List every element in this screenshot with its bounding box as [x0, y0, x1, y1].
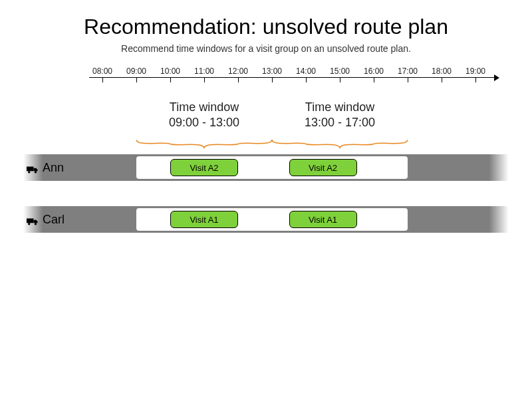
visit-block: Visit A1	[289, 211, 357, 228]
axis-tick-label: 14:00	[296, 66, 316, 76]
driver-label: Carl	[27, 213, 65, 227]
axis-tick-label: 09:00	[126, 66, 146, 76]
axis-tick-label: 17:00	[398, 66, 418, 76]
time-window-label: Time window13:00 - 17:00	[273, 100, 406, 130]
driver-label: Ann	[27, 161, 64, 175]
axis-tick-label: 19:00	[466, 66, 485, 76]
svg-point-1	[28, 171, 30, 173]
visit-block: Visit A1	[170, 211, 238, 228]
axis-tick-label: 11:00	[194, 66, 214, 76]
axis-tick-label: 18:00	[432, 66, 452, 76]
visit-block: Visit A2	[289, 159, 357, 176]
page-title: Recommendation: unsolved route plan	[0, 0, 532, 39]
driver-lane: Visit A1Visit A1	[23, 206, 509, 233]
axis-tick-label: 12:00	[228, 66, 248, 76]
brace-icon	[272, 140, 408, 149]
axis-tick-label: 15:00	[330, 66, 350, 76]
axis-tick-label: 08:00	[92, 66, 112, 76]
svg-point-2	[35, 171, 37, 173]
axis-tick-label: 16:00	[364, 66, 384, 76]
visit-block: Visit A2	[170, 159, 238, 176]
svg-rect-0	[27, 166, 34, 171]
truck-icon	[27, 215, 39, 225]
brace-icon	[136, 140, 272, 149]
driver-lane: Visit A2Visit A2	[23, 154, 509, 181]
axis-tick-label: 10:00	[160, 66, 180, 76]
page-subtitle: Recommend time windows for a visit group…	[0, 43, 532, 54]
truck-icon	[27, 164, 39, 173]
axis-tick-label: 13:00	[262, 66, 282, 76]
svg-point-5	[35, 223, 37, 225]
svg-point-4	[28, 223, 30, 225]
svg-rect-3	[27, 218, 34, 223]
time-window-label: Time window09:00 - 13:00	[138, 100, 271, 130]
